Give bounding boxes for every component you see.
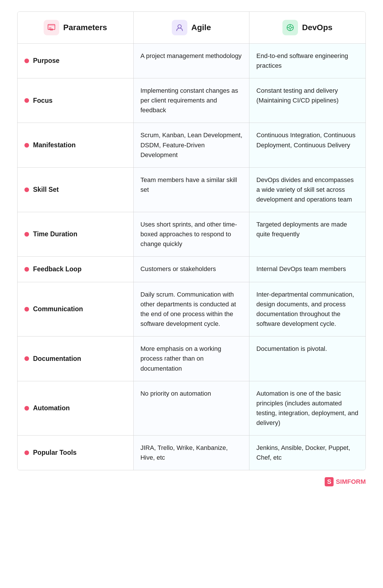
- table-row: Manifestation Scrum, Kanban, Lean Develo…: [18, 123, 365, 167]
- param-dot-8: [24, 406, 29, 411]
- param-dot-3: [24, 187, 29, 192]
- svg-rect-4: [50, 30, 53, 31]
- param-cell-0: Purpose: [18, 44, 134, 78]
- svg-point-7: [289, 26, 291, 29]
- table-row: Automation No priority on automation Aut…: [18, 381, 365, 436]
- table-row: Popular Tools JIRA, Trello, Wrike, Kanba…: [18, 436, 365, 470]
- param-dot-1: [24, 98, 29, 103]
- param-dot-2: [24, 143, 29, 148]
- agile-cell-4: Uses short sprints, and other time-boxed…: [134, 212, 250, 256]
- agile-title: Agile: [191, 23, 211, 32]
- comparison-table: Parameters Agile: [17, 11, 366, 470]
- devops-icon: [282, 20, 298, 35]
- param-label-1: Focus: [33, 96, 53, 106]
- param-label-9: Popular Tools: [33, 448, 77, 458]
- param-dot-6: [24, 307, 29, 312]
- param-label-0: Purpose: [33, 56, 59, 66]
- table-row: Feedback Loop Customers or stakeholders …: [18, 257, 365, 282]
- param-cell-3: Skill Set: [18, 168, 134, 212]
- agile-cell-3: Team members have a similar skill set: [134, 168, 250, 212]
- param-label-8: Automation: [33, 403, 70, 413]
- devops-cell-2: Continuous Integration, Continuous Deplo…: [249, 123, 365, 167]
- agile-cell-7: More emphasis on a working process rathe…: [134, 336, 250, 381]
- agile-cell-9: JIRA, Trello, Wrike, Kanbanize, Hive, et…: [134, 436, 250, 470]
- footer: S SIMFORM: [17, 477, 366, 486]
- param-label-5: Feedback Loop: [33, 264, 82, 274]
- param-cell-4: Time Duration: [18, 212, 134, 256]
- simform-logo: S SIMFORM: [325, 477, 366, 486]
- table-row: Skill Set Team members have a similar sk…: [18, 168, 365, 212]
- param-dot-0: [24, 59, 29, 63]
- table-body: Purpose A project management methodology…: [18, 44, 365, 470]
- parameters-title: Parameters: [63, 23, 107, 32]
- devops-cell-4: Targeted deployments are made quite freq…: [249, 212, 365, 256]
- simform-text: SIMFORM: [336, 478, 366, 486]
- param-dot-9: [24, 450, 29, 455]
- param-dot-5: [24, 267, 29, 272]
- param-label-2: Manifestation: [33, 140, 76, 150]
- devops-title: DevOps: [302, 23, 332, 32]
- devops-cell-0: End-to-end software engineering practice…: [249, 44, 365, 78]
- param-dot-4: [24, 232, 29, 237]
- table-row: Focus Implementing constant changes as p…: [18, 78, 365, 123]
- devops-cell-9: Jenkins, Ansible, Docker, Puppet, Chef, …: [249, 436, 365, 470]
- param-label-3: Skill Set: [33, 185, 59, 195]
- param-cell-5: Feedback Loop: [18, 257, 134, 282]
- param-cell-2: Manifestation: [18, 123, 134, 167]
- param-cell-7: Documentation: [18, 336, 134, 381]
- agile-cell-1: Implementing constant changes as per cli…: [134, 78, 250, 123]
- header-devops: DevOps: [249, 12, 365, 44]
- devops-cell-1: Constant testing and delivery (Maintaini…: [249, 78, 365, 123]
- param-dot-7: [24, 356, 29, 361]
- table-header: Parameters Agile: [18, 12, 365, 44]
- agile-cell-0: A project management methodology: [134, 44, 250, 78]
- devops-cell-7: Documentation is pivotal.: [249, 336, 365, 381]
- param-cell-6: Communication: [18, 282, 134, 336]
- param-label-4: Time Duration: [33, 229, 77, 239]
- devops-cell-6: Inter-departmental communication, design…: [249, 282, 365, 336]
- agile-cell-2: Scrum, Kanban, Lean Development, DSDM, F…: [134, 123, 250, 167]
- devops-cell-3: DevOps divides and encompasses a wide va…: [249, 168, 365, 212]
- devops-cell-8: Automation is one of the basic principle…: [249, 381, 365, 435]
- simform-s-icon: S: [325, 477, 334, 486]
- param-cell-1: Focus: [18, 78, 134, 123]
- table-row: Time Duration Uses short sprints, and ot…: [18, 212, 365, 257]
- param-cell-9: Popular Tools: [18, 436, 134, 470]
- header-agile: Agile: [134, 12, 250, 44]
- agile-icon: [172, 20, 187, 35]
- agile-cell-6: Daily scrum. Communication with other de…: [134, 282, 250, 336]
- agile-cell-5: Customers or stakeholders: [134, 257, 250, 282]
- svg-rect-1: [48, 24, 55, 26]
- param-label-6: Communication: [33, 304, 83, 314]
- table-row: Purpose A project management methodology…: [18, 44, 365, 78]
- param-cell-8: Automation: [18, 381, 134, 435]
- agile-cell-8: No priority on automation: [134, 381, 250, 435]
- devops-cell-5: Internal DevOps team members: [249, 257, 365, 282]
- parameters-icon: [44, 20, 59, 35]
- svg-point-5: [178, 25, 181, 28]
- table-row: Communication Daily scrum. Communication…: [18, 282, 365, 336]
- param-label-7: Documentation: [33, 354, 81, 364]
- header-parameters: Parameters: [18, 12, 134, 44]
- table-row: Documentation More emphasis on a working…: [18, 336, 365, 381]
